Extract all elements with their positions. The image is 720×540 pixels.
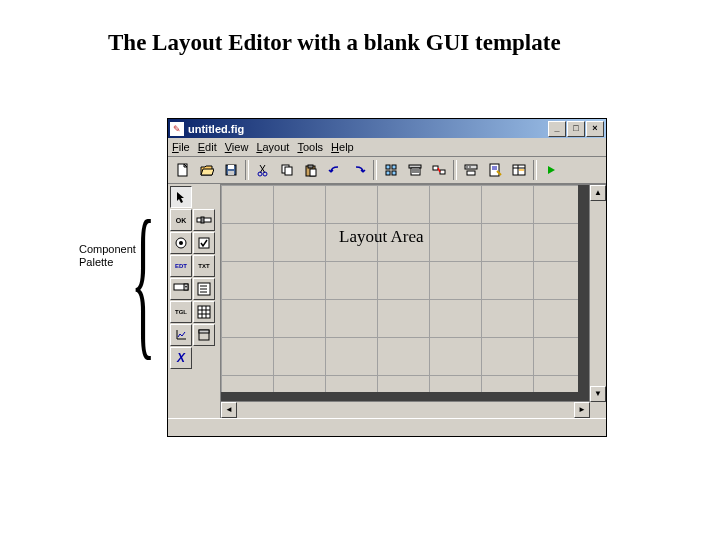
property-inspector-button[interactable] bbox=[507, 159, 531, 182]
svg-rect-10 bbox=[310, 169, 316, 176]
radio-button-tool[interactable] bbox=[170, 232, 192, 254]
activex-tool[interactable]: X bbox=[170, 347, 192, 369]
menu-bar: File Edit View Layout Tools Help bbox=[168, 138, 606, 157]
svg-rect-24 bbox=[467, 171, 475, 175]
align-button[interactable] bbox=[379, 159, 403, 182]
svg-rect-12 bbox=[392, 165, 396, 169]
save-button[interactable] bbox=[219, 159, 243, 182]
svg-rect-3 bbox=[228, 171, 234, 175]
svg-rect-43 bbox=[198, 306, 210, 318]
layout-editor-window: ✎ untitled.fig _ □ × File Edit View Layo… bbox=[167, 118, 607, 437]
svg-rect-31 bbox=[519, 169, 524, 171]
edit-text-tool[interactable]: EDT bbox=[170, 255, 192, 277]
minimize-button[interactable]: _ bbox=[548, 121, 566, 137]
app-icon: ✎ bbox=[170, 122, 184, 136]
tab-order-button[interactable] bbox=[427, 159, 451, 182]
page-caption: The Layout Editor with a blank GUI templ… bbox=[108, 30, 561, 56]
run-button[interactable] bbox=[539, 159, 563, 182]
svg-rect-11 bbox=[386, 165, 390, 169]
copy-button[interactable] bbox=[275, 159, 299, 182]
svg-rect-7 bbox=[285, 167, 292, 175]
open-button[interactable] bbox=[195, 159, 219, 182]
svg-rect-22 bbox=[466, 166, 468, 168]
status-bar bbox=[168, 418, 606, 436]
popup-menu-tool[interactable] bbox=[170, 278, 192, 300]
horizontal-scrollbar[interactable]: ◄ ► bbox=[221, 401, 590, 418]
scroll-down-button[interactable]: ▼ bbox=[590, 386, 606, 402]
svg-rect-19 bbox=[433, 166, 438, 170]
svg-point-35 bbox=[179, 241, 183, 245]
table-tool[interactable] bbox=[193, 301, 215, 323]
svg-rect-9 bbox=[308, 165, 313, 168]
work-area: OK EDT TXT TGL X Layout Area ▲ ▼ ◄ bbox=[168, 184, 606, 418]
m-file-editor-button[interactable] bbox=[483, 159, 507, 182]
svg-rect-2 bbox=[228, 165, 234, 169]
menu-tools[interactable]: Tools bbox=[297, 141, 323, 153]
title-bar: ✎ untitled.fig _ □ × bbox=[168, 119, 606, 138]
static-text-tool[interactable]: TXT bbox=[193, 255, 215, 277]
svg-rect-13 bbox=[386, 171, 390, 175]
new-button[interactable] bbox=[171, 159, 195, 182]
svg-rect-14 bbox=[392, 171, 396, 175]
axes-tool[interactable] bbox=[170, 324, 192, 346]
menu-file[interactable]: File bbox=[172, 141, 190, 153]
undo-button[interactable] bbox=[323, 159, 347, 182]
listbox-tool[interactable] bbox=[193, 278, 215, 300]
scroll-right-button[interactable]: ► bbox=[574, 402, 590, 418]
menu-editor-button[interactable] bbox=[403, 159, 427, 182]
layout-grid[interactable] bbox=[221, 185, 590, 402]
svg-rect-36 bbox=[199, 238, 209, 248]
menu-edit[interactable]: Edit bbox=[198, 141, 217, 153]
redo-button[interactable] bbox=[347, 159, 371, 182]
select-tool[interactable] bbox=[170, 186, 192, 208]
component-palette: OK EDT TXT TGL X bbox=[168, 184, 220, 418]
checkbox-tool[interactable] bbox=[193, 232, 215, 254]
layout-area-label: Layout Area bbox=[339, 227, 424, 247]
svg-rect-20 bbox=[440, 170, 445, 174]
maximize-button[interactable]: □ bbox=[567, 121, 585, 137]
toggle-button-tool[interactable]: TGL bbox=[170, 301, 192, 323]
close-button[interactable]: × bbox=[586, 121, 604, 137]
scroll-up-button[interactable]: ▲ bbox=[590, 185, 606, 201]
svg-rect-25 bbox=[490, 164, 499, 176]
scroll-left-button[interactable]: ◄ bbox=[221, 402, 237, 418]
toolbar bbox=[168, 157, 606, 184]
slider-tool[interactable] bbox=[193, 209, 215, 231]
window-title: untitled.fig bbox=[188, 123, 548, 135]
pushbutton-tool[interactable]: OK bbox=[170, 209, 192, 231]
canvas-container: Layout Area ▲ ▼ ◄ ► bbox=[220, 184, 606, 418]
panel-tool[interactable] bbox=[193, 324, 215, 346]
brace-decoration: { bbox=[131, 183, 155, 378]
svg-rect-51 bbox=[199, 330, 209, 333]
svg-rect-23 bbox=[469, 166, 471, 168]
paste-button[interactable] bbox=[299, 159, 323, 182]
svg-rect-33 bbox=[201, 217, 204, 223]
cut-button[interactable] bbox=[251, 159, 275, 182]
vertical-scrollbar[interactable]: ▲ ▼ bbox=[589, 185, 606, 402]
menu-layout[interactable]: Layout bbox=[256, 141, 289, 153]
menu-help[interactable]: Help bbox=[331, 141, 354, 153]
menu-view[interactable]: View bbox=[225, 141, 249, 153]
palette-annotation: Component Palette bbox=[79, 243, 136, 269]
toolbar-editor-button[interactable] bbox=[459, 159, 483, 182]
